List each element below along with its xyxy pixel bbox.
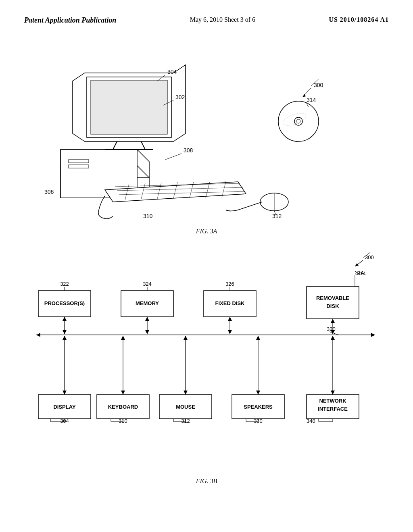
speakers-label: SPEAKERS	[244, 404, 273, 410]
svg-line-42	[329, 332, 339, 335]
svg-marker-52	[145, 330, 149, 334]
ref-302-fig3a: 302	[175, 94, 185, 100]
fig3a-label: FIG. 3A	[24, 228, 389, 235]
svg-line-8	[113, 141, 117, 150]
memory-label: MEMORY	[136, 300, 159, 306]
network-interface-label-line1: NETWORK	[319, 398, 346, 404]
ref-304-fig3a: 304	[167, 69, 177, 75]
svg-marker-57	[331, 319, 335, 323]
ref-324: 324	[143, 281, 152, 287]
svg-line-33	[165, 154, 181, 160]
fixed-disk-label: FIXED DISK	[215, 300, 245, 306]
header-right-text: US 2010/108264 A1	[329, 16, 389, 23]
header-left-text: Patent Application Publication	[24, 16, 116, 25]
removable-disk-label-line1: REMOVABLE	[316, 295, 349, 301]
svg-marker-41	[371, 333, 375, 337]
ref-310-fig3a: 310	[143, 213, 153, 219]
removable-disk-box	[307, 287, 359, 319]
processor-label: PROCESSOR(S)	[44, 300, 85, 306]
ref-314-fig3a: 314	[307, 97, 316, 103]
network-interface-label-line2: INTERFACE	[318, 406, 348, 412]
ref-312-fig3a: 312	[272, 213, 282, 219]
svg-line-9	[141, 141, 145, 150]
svg-marker-69	[256, 336, 260, 340]
svg-marker-70	[256, 391, 260, 395]
ref-322: 322	[60, 281, 69, 287]
fig3b-svg: 300 314 320 PROCESSOR(S) 322 MEMORY	[24, 250, 387, 476]
svg-marker-67	[184, 391, 188, 395]
removable-disk-label-line2: DISK	[326, 303, 339, 309]
mouse-label: MOUSE	[176, 404, 195, 410]
svg-marker-60	[63, 336, 67, 340]
svg-marker-73	[331, 391, 335, 395]
svg-marker-64	[121, 391, 125, 395]
fig3a-container: 300 304 302 308 306 310 312 314 FIG. 3A	[24, 41, 389, 234]
svg-marker-63	[121, 336, 125, 340]
svg-marker-37	[355, 263, 359, 266]
fig3a-svg: 300 304 302 308 306 310 312 314	[24, 41, 387, 226]
keyboard-label: KEYBOARD	[108, 404, 138, 410]
ref-306-fig3a: 306	[44, 189, 54, 195]
computer-illustration	[60, 65, 319, 219]
ref-300-fig3a: 300	[314, 82, 323, 88]
ref-314-removable: 314	[357, 270, 366, 276]
svg-marker-49	[63, 330, 67, 334]
svg-rect-7	[91, 80, 167, 134]
display-label: DISPLAY	[53, 404, 75, 410]
svg-marker-54	[228, 317, 232, 321]
svg-marker-72	[331, 336, 335, 340]
svg-marker-40	[36, 333, 40, 337]
page-header: Patent Application Publication May 6, 20…	[0, 0, 413, 33]
header-center-text: May 6, 2010 Sheet 3 of 6	[190, 16, 255, 23]
svg-marker-55	[228, 330, 232, 334]
ref-326: 326	[225, 281, 234, 287]
figures-area: 300 304 302 308 306 310 312 314 FIG. 3A	[0, 33, 413, 500]
fig3b-label: FIG. 3B	[24, 478, 389, 485]
svg-marker-66	[184, 336, 188, 340]
ref-308-fig3a: 308	[184, 147, 193, 154]
fig3b-container: 300 314 320 PROCESSOR(S) 322 MEMORY	[24, 250, 389, 492]
ref-340-fig3b: 340	[307, 418, 315, 424]
svg-marker-61	[63, 391, 67, 395]
svg-marker-48	[63, 317, 67, 321]
svg-marker-51	[145, 317, 149, 321]
